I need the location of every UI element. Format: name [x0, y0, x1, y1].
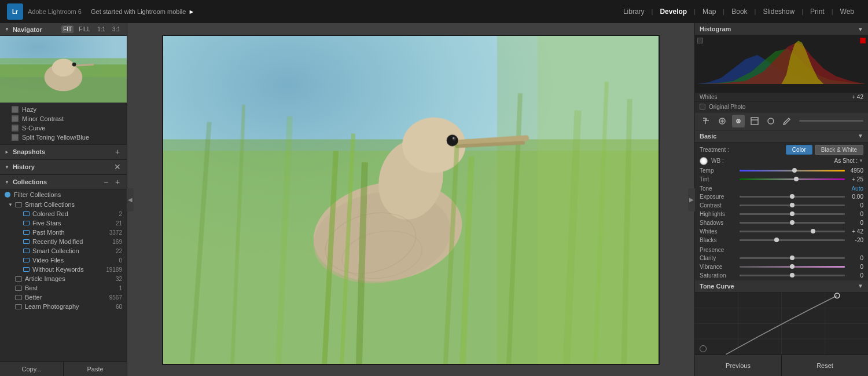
preset-hazy[interactable]: Hazy [0, 105, 127, 114]
adjustment-brush-tool[interactable] [781, 115, 793, 127]
shadows-slider-thumb[interactable] [790, 220, 795, 225]
original-photo-row[interactable]: Original Photo [695, 102, 868, 112]
smart-collection-icon [23, 249, 30, 253]
clarity-slider-thumb[interactable] [790, 255, 795, 260]
nav-book[interactable]: Book [724, 8, 754, 16]
exposure-slider-thumb[interactable] [790, 194, 795, 199]
zoom-fill[interactable]: FILL [77, 25, 92, 33]
tint-slider-track[interactable] [740, 178, 845, 180]
zoom-fit[interactable]: FIT [61, 25, 73, 33]
collection-video-files[interactable]: Video Files 0 [0, 255, 127, 265]
preset-split-toning[interactable]: Split Toning Yellow/Blue [0, 133, 127, 142]
wb-dropdown-icon[interactable]: ▼ [859, 158, 863, 163]
collection-best[interactable]: Best 1 [0, 283, 127, 293]
snapshots-triangle-icon: ► [5, 149, 9, 155]
tone-curve-header[interactable]: Tone Curve ▼ [695, 280, 868, 293]
reset-button[interactable]: Reset [782, 355, 868, 376]
exposure-value: 0.00 [847, 194, 863, 200]
color-treatment-btn[interactable]: Color [786, 145, 812, 155]
collections-remove-btn[interactable]: − [101, 177, 111, 187]
graduated-filter-tool[interactable] [748, 115, 761, 127]
blacks-value: -20 [847, 237, 863, 243]
preset-minor-contrast[interactable]: Minor Contrast [0, 114, 127, 123]
vibrance-slider-thumb[interactable] [790, 264, 795, 269]
collection-past-month[interactable]: Past Month 3372 [0, 228, 127, 237]
zoom-1-1[interactable]: 1:1 [95, 25, 107, 33]
basic-header[interactable]: Basic ▼ [695, 130, 868, 143]
crop-tool[interactable] [700, 115, 712, 127]
spot-removal-tool[interactable] [716, 115, 729, 127]
bw-treatment-btn[interactable]: Black & White [815, 145, 863, 155]
blacks-slider-track[interactable] [740, 239, 845, 241]
clarity-slider-row: Clarity 0 [695, 254, 868, 262]
tone-curve-chart[interactable] [695, 293, 868, 355]
nav-bird-svg [0, 36, 127, 103]
history-actions: ✕ [113, 162, 122, 171]
histogram-chart [697, 38, 866, 84]
svg-point-51 [834, 293, 840, 298]
saturation-slider-track[interactable] [740, 275, 845, 276]
tint-slider-thumb[interactable] [794, 177, 799, 181]
whites-slider-track[interactable] [740, 231, 845, 232]
saturation-label: Saturation [700, 272, 737, 279]
whites-slider-thumb[interactable] [811, 229, 815, 233]
left-panel-toggle[interactable]: ◀ [127, 188, 134, 211]
vibrance-slider-track[interactable] [740, 266, 845, 268]
tone-curve-area [695, 293, 868, 355]
tone-auto-btn[interactable]: Auto [851, 185, 863, 192]
navigator-header[interactable]: ▼ Navigator FIT FILL 1:1 3:1 [0, 23, 127, 36]
collection-smart-collection[interactable]: Smart Collection 22 [0, 246, 127, 255]
collection-recently-modified[interactable]: Recently Modified 169 [0, 237, 127, 246]
wb-eyedropper-icon[interactable] [700, 157, 708, 165]
nav-develop[interactable]: Develop [653, 8, 694, 16]
bird-photo-svg [163, 36, 659, 364]
nav-print[interactable]: Print [803, 8, 832, 16]
temp-slider-thumb[interactable] [792, 168, 797, 173]
tool-slider[interactable] [799, 120, 863, 122]
history-header[interactable]: ▼ History ✕ [0, 159, 127, 174]
zoom-3-1[interactable]: 3:1 [111, 25, 122, 33]
collection-five-stars[interactable]: Five Stars 21 [0, 218, 127, 228]
nav-web[interactable]: Web [833, 8, 861, 16]
collection-better[interactable]: Better 9567 [0, 293, 127, 302]
histogram-clipping-left[interactable] [697, 38, 703, 43]
blacks-slider-thumb[interactable] [774, 238, 779, 242]
contrast-slider-thumb[interactable] [790, 203, 795, 207]
radial-filter-tool[interactable] [764, 115, 777, 127]
tone-curve-point-icon[interactable] [700, 345, 707, 352]
redeye-tool[interactable] [732, 115, 745, 127]
collection-learn-photography[interactable]: Learn Photography 60 [0, 302, 127, 311]
nav-library[interactable]: Library [616, 8, 652, 16]
nav-slideshow[interactable]: Slideshow [756, 8, 801, 16]
get-started[interactable]: Get started with Lightroom mobile ► [91, 8, 194, 15]
smart-collection-icon [23, 221, 30, 225]
right-panel-toggle[interactable]: ▶ [688, 188, 695, 211]
collections-add-btn[interactable]: + [113, 177, 122, 187]
collection-colored-red[interactable]: Colored Red 2 [0, 209, 127, 218]
nav-map[interactable]: Map [696, 8, 723, 16]
saturation-slider-thumb[interactable] [790, 273, 795, 278]
filter-collections-item[interactable]: Filter Collections [0, 189, 127, 200]
snapshots-add-btn[interactable]: + [113, 147, 122, 156]
original-photo-checkbox[interactable] [700, 104, 705, 109]
collections-header[interactable]: ▼ Collections − + [0, 174, 127, 189]
clarity-slider-track[interactable] [740, 257, 845, 259]
history-clear-btn[interactable]: ✕ [113, 162, 122, 171]
shadows-slider-track[interactable] [740, 222, 845, 224]
highlights-slider-track[interactable] [740, 213, 845, 215]
exposure-slider-track[interactable] [740, 196, 845, 198]
temp-slider-track[interactable] [740, 170, 845, 171]
contrast-slider-track[interactable] [740, 205, 845, 206]
previous-button[interactable]: Previous [695, 355, 782, 376]
collection-article-images[interactable]: Article Images 32 [0, 274, 127, 283]
smart-collections-header[interactable]: ▼ Smart Collections [0, 200, 127, 209]
snapshots-header[interactable]: ► Snapshots + [0, 144, 127, 159]
highlights-slider-thumb[interactable] [790, 211, 795, 216]
preset-scurve[interactable]: S-Curve [0, 123, 127, 133]
paste-button[interactable]: Paste [64, 362, 127, 376]
collection-without-keywords[interactable]: Without Keywords 19189 [0, 265, 127, 274]
histogram-header[interactable]: Histogram ▼ [695, 23, 868, 35]
histogram-clipping-right[interactable] [860, 38, 866, 43]
copy-button[interactable]: Copy... [0, 362, 63, 376]
highlights-slider-row: Highlights 0 [695, 210, 868, 218]
